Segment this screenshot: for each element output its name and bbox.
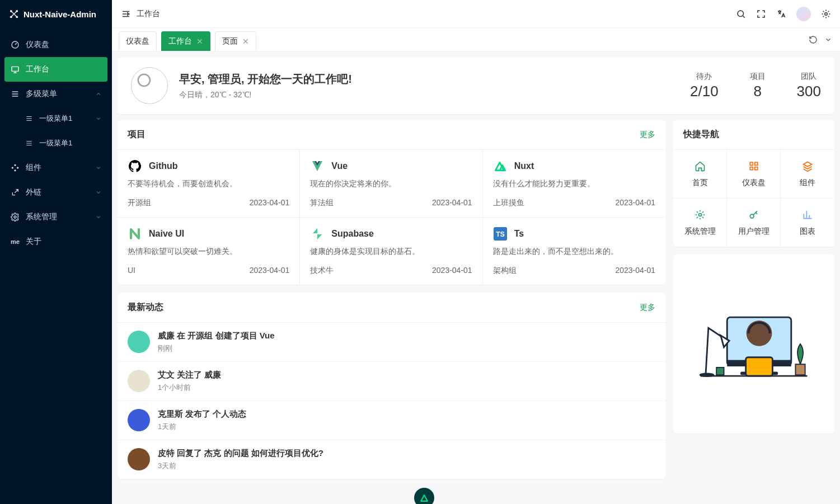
tab-dashboard[interactable]: 仪表盘 (119, 31, 157, 51)
project-desc: 不要等待机会，而要创造机会。 (128, 179, 289, 189)
svg-rect-11 (750, 162, 753, 165)
naive-icon (128, 227, 142, 241)
search-icon[interactable] (736, 9, 746, 19)
quicknav-card: 快捷导航 首页仪表盘组件系统管理用户管理图表 (673, 120, 834, 247)
quicknav-label: 图表 (781, 227, 834, 237)
close-icon[interactable]: ✕ (196, 37, 203, 46)
breadcrumb: 工作台 (121, 9, 160, 19)
brand-icon (9, 9, 19, 19)
stat-todo: 待办 2/10 (690, 72, 719, 100)
chevron-down-icon[interactable] (824, 36, 832, 44)
ts-icon: TS (493, 227, 508, 241)
svg-point-16 (750, 214, 754, 218)
menu-icon (10, 90, 20, 98)
tab-workbench[interactable]: 工作台 ✕ (161, 31, 210, 51)
sidebar-item-about[interactable]: me 关于 (0, 229, 112, 254)
activity-item[interactable]: 皮特 回复了 杰克 的问题 如何进行项目优化?3天前 (118, 440, 665, 479)
quicknav-item[interactable]: 系统管理 (673, 198, 727, 247)
chart-icon (781, 209, 834, 221)
sidebar-item-dashboard[interactable]: 仪表盘 (0, 32, 112, 57)
activity-item[interactable]: 艾文 关注了 威廉1个小时前 (118, 361, 665, 401)
quicknav-label: 组件 (781, 178, 834, 188)
more-link[interactable]: 更多 (640, 130, 655, 140)
home-icon (673, 160, 726, 172)
sidebar-item-submenu-1[interactable]: 一级菜单1 (0, 106, 112, 131)
activity-title: 艾文 关注了 威廉 (158, 370, 221, 380)
avatar (128, 448, 150, 470)
activity-item[interactable]: 克里斯 发布了 个人动态1天前 (118, 401, 665, 440)
project-desc: 路是走出来的，而不是空想出来的。 (493, 247, 655, 257)
avatar (128, 370, 150, 392)
close-icon[interactable]: ✕ (242, 37, 249, 46)
dashboard-icon (10, 40, 20, 49)
avatar (128, 331, 150, 353)
svg-rect-12 (754, 162, 757, 165)
svg-rect-5 (12, 67, 18, 71)
project-cell[interactable]: Naive UI热情和欲望可以突破一切难关。UI2023-04-01 (118, 217, 300, 285)
nuxt-fab[interactable] (414, 488, 434, 504)
project-name: Vue (331, 161, 348, 171)
card-title: 项目 (128, 129, 146, 140)
svg-point-6 (14, 216, 16, 218)
stat-value: 300 (797, 83, 821, 100)
project-desc: 热情和欲望可以突破一切难关。 (128, 247, 289, 257)
project-date: 2023-04-01 (432, 198, 472, 208)
more-link[interactable]: 更多 (640, 303, 655, 313)
quicknav-item[interactable]: 首页 (673, 149, 727, 198)
project-cell[interactable]: Supabase健康的身体是实现目标的基石。技术牛2023-04-01 (300, 217, 482, 285)
collapse-icon[interactable] (121, 9, 131, 19)
quicknav-item[interactable]: 图表 (781, 198, 834, 247)
sidebar-item-label: 系统管理 (26, 212, 57, 222)
avatar[interactable] (796, 7, 811, 21)
sidebar-item-components[interactable]: 组件 (0, 156, 112, 180)
activity-time: 1个小时前 (158, 383, 221, 393)
sidebar-item-multimenu[interactable]: 多级菜单 (0, 82, 112, 106)
activity-time: 刚刚 (158, 343, 275, 354)
sidebar-item-submenu-2[interactable]: 一级菜单1 (0, 131, 112, 156)
quicknav-label: 首页 (673, 178, 726, 188)
quicknav-item[interactable]: 用户管理 (727, 198, 781, 247)
chevron-down-icon (95, 164, 102, 171)
svg-rect-22 (746, 357, 773, 376)
quicknav-item[interactable]: 仪表盘 (727, 149, 781, 198)
project-date: 2023-04-01 (250, 266, 290, 275)
sidebar-item-label: 外链 (26, 187, 41, 197)
brand[interactable]: Nuxt-Naive-Admin (0, 0, 112, 28)
vue-icon (310, 159, 325, 173)
sidebar-item-system[interactable]: 系统管理 (0, 205, 112, 229)
supabase-icon (310, 227, 325, 241)
hero-title: 早安, 管理员, 开始您一天的工作吧! (179, 72, 352, 87)
project-cell[interactable]: Nuxt没有什么才能比努力更重要。上班摸鱼2023-04-01 (483, 149, 665, 217)
activity-item[interactable]: 威廉 在 开源组 创建了项目 Vue刚刚 (118, 322, 665, 361)
quicknav-item[interactable]: 组件 (781, 149, 834, 198)
tab-page[interactable]: 页面 ✕ (215, 31, 256, 51)
svg-point-7 (738, 11, 744, 17)
activity-title: 克里斯 发布了 个人动态 (158, 409, 246, 420)
sidebar-item-external[interactable]: 外链 (0, 180, 112, 205)
activity-time: 1天前 (158, 422, 246, 432)
hero-subtitle: 今日晴，20℃ - 32℃! (179, 90, 352, 100)
project-cell[interactable]: TSTs路是走出来的，而不是空想出来的。架构组2023-04-01 (483, 217, 665, 285)
nuxt-icon (493, 159, 508, 173)
activity-title: 威廉 在 开源组 创建了项目 Vue (158, 331, 275, 341)
svg-rect-25 (716, 368, 724, 375)
brand-text: Nuxt-Naive-Admin (24, 10, 96, 19)
project-name: Naive UI (149, 229, 184, 239)
sidebar-item-label: 仪表盘 (26, 40, 49, 50)
avatar (128, 409, 150, 431)
sidebar-item-label: 一级菜单1 (39, 138, 72, 148)
reload-icon[interactable] (809, 35, 818, 44)
stat-label: 待办 (690, 72, 719, 82)
gear-icon[interactable] (821, 9, 831, 19)
sidebar-item-workbench[interactable]: 工作台 (4, 57, 107, 82)
project-cell[interactable]: Vue现在的你决定将来的你。算法组2023-04-01 (300, 149, 482, 217)
layers-icon (781, 160, 834, 172)
menu-icon (25, 115, 34, 123)
project-desc: 健康的身体是实现目标的基石。 (310, 247, 472, 257)
project-date: 2023-04-01 (432, 266, 472, 276)
language-icon[interactable] (776, 9, 786, 19)
project-cell[interactable]: Github不要等待机会，而要创造机会。开源组2023-04-01 (118, 149, 300, 217)
fullscreen-icon[interactable] (756, 9, 766, 19)
project-name: Supabase (331, 229, 374, 239)
chevron-down-icon (95, 189, 102, 196)
